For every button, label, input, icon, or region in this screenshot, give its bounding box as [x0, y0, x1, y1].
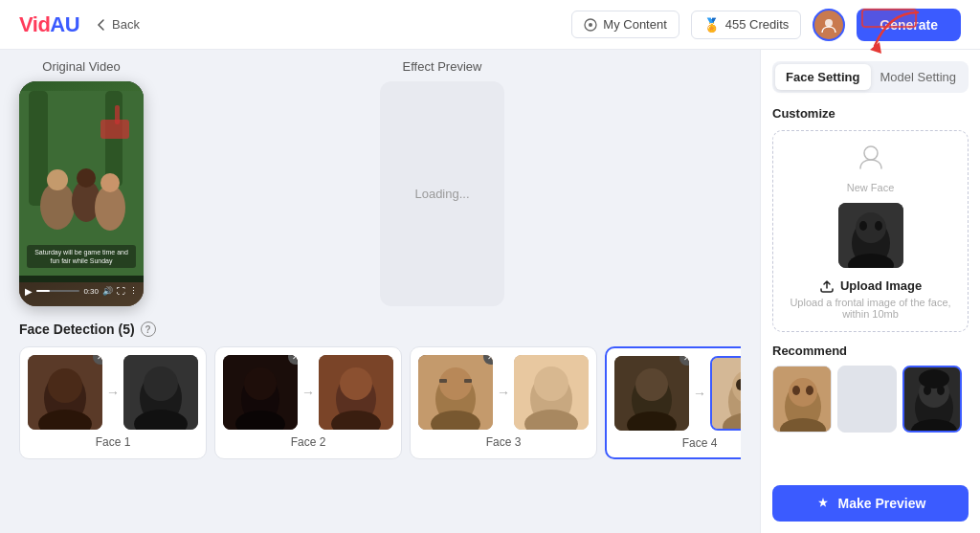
- recommend-face-2[interactable]: [837, 366, 897, 433]
- header-right: My Content 🏅 455 Credits Generate: [571, 9, 961, 41]
- face-3-from: ✕: [418, 355, 493, 430]
- volume-icon[interactable]: 🔊: [102, 286, 113, 296]
- recommend-face-3[interactable]: [902, 366, 962, 433]
- my-content-icon: [584, 18, 597, 32]
- back-button[interactable]: Back: [95, 17, 140, 32]
- face-2-from-img: [223, 355, 298, 430]
- face-2-label: Face 2: [223, 435, 393, 449]
- face-4-to: [710, 356, 741, 431]
- recommend-face-2-img: [838, 366, 897, 433]
- selected-face-preview: [838, 203, 903, 268]
- recommend-face-1[interactable]: [772, 366, 832, 433]
- tab-face-setting-label: Face Setting: [786, 70, 859, 84]
- face-4-label: Face 4: [614, 436, 741, 450]
- svg-point-27: [244, 367, 277, 400]
- avatar[interactable]: [813, 9, 845, 41]
- svg-rect-66: [838, 366, 897, 433]
- face-1-to: [123, 355, 198, 430]
- face-3-arrow: →: [497, 385, 510, 400]
- svg-point-58: [875, 221, 882, 231]
- original-video-panel: Original Video: [19, 59, 144, 306]
- face-2-to-img: [319, 355, 393, 430]
- phone-video: Saturday will be game time and fun fair …: [19, 81, 144, 306]
- svg-point-12: [77, 168, 96, 188]
- credits-button[interactable]: 🏅 455 Credits: [691, 11, 801, 39]
- fullscreen-icon[interactable]: ⛶: [117, 286, 125, 296]
- upload-image-button[interactable]: Upload Image: [785, 278, 956, 293]
- recommend-face-3-img: [904, 367, 962, 433]
- face-card-4[interactable]: ✕ →: [605, 346, 741, 459]
- face-4-to-img: [712, 358, 741, 431]
- effect-preview-panel: Effect Preview Loading...: [380, 59, 504, 306]
- face-3-from-img: [418, 355, 493, 430]
- my-content-button[interactable]: My Content: [571, 11, 679, 38]
- svg-point-41: [534, 366, 568, 401]
- more-icon[interactable]: ⋮: [129, 286, 138, 296]
- face-1-from-img: [28, 355, 102, 430]
- svg-point-53: [864, 146, 878, 160]
- video-overlay-text: Saturday will be game time and fun fair …: [27, 245, 136, 268]
- my-content-label: My Content: [603, 17, 666, 32]
- svg-rect-37: [439, 379, 447, 383]
- face-card-1[interactable]: ✕ → Face 1: [19, 346, 207, 459]
- generate-button[interactable]: Generate: [857, 9, 961, 41]
- face-1-images: ✕ →: [28, 355, 198, 430]
- main-layout: Original Video: [0, 50, 980, 533]
- progress-fill: [36, 290, 50, 292]
- customize-label: Customize: [772, 106, 969, 121]
- upload-label: Upload Image: [840, 278, 922, 293]
- face-detection-label: Face Detection (5): [19, 322, 135, 337]
- new-face-person-icon: [857, 143, 885, 178]
- face-4-arrow: →: [693, 386, 706, 401]
- right-sidebar: Face Setting Model Setting Customize New…: [760, 50, 980, 533]
- selected-face-img: [838, 203, 903, 268]
- loading-text: Loading...: [414, 187, 469, 201]
- generate-label: Generate: [880, 17, 938, 33]
- video-controls[interactable]: ▶ 0:30 🔊 ⛶ ⋮: [19, 276, 144, 306]
- original-video-title: Original Video: [42, 59, 120, 74]
- info-icon[interactable]: ?: [141, 322, 156, 337]
- face-card-3[interactable]: ✕ → Face 3: [410, 346, 597, 459]
- make-preview-button[interactable]: Make Preview: [772, 485, 969, 522]
- face-1-to-img: [123, 355, 198, 430]
- upload-icon: [819, 278, 835, 293]
- effect-preview-title: Effect Preview: [403, 59, 482, 74]
- effect-preview-box: Loading...: [380, 81, 504, 306]
- svg-point-64: [806, 386, 813, 395]
- video-control-icons: 🔊 ⛶ ⋮: [102, 286, 138, 296]
- svg-point-10: [47, 169, 68, 190]
- tab-group: Face Setting Model Setting: [772, 61, 969, 93]
- face-3-images: ✕ →: [418, 355, 589, 430]
- face-4-from-img: [614, 356, 689, 431]
- tab-face-setting[interactable]: Face Setting: [775, 64, 871, 90]
- back-label: Back: [112, 17, 140, 32]
- face-card-2[interactable]: ✕ → Face 2: [214, 346, 402, 459]
- face-4-images: ✕ →: [614, 356, 741, 431]
- recommend-face-1-img: [773, 366, 832, 433]
- recommend-label: Recommend: [772, 344, 969, 358]
- face-2-images: ✕ →: [223, 355, 393, 430]
- logo: VidAU: [19, 12, 79, 37]
- svg-point-45: [635, 368, 668, 401]
- credits-label: 455 Credits: [725, 17, 789, 32]
- phone-mockup: Saturday will be game time and fun fair …: [19, 81, 144, 306]
- svg-point-57: [859, 221, 867, 231]
- svg-point-1: [589, 23, 592, 27]
- face-2-arrow: →: [301, 385, 315, 400]
- face-1-label: Face 1: [28, 435, 198, 449]
- face-detection-title: Face Detection (5) ?: [19, 322, 741, 337]
- progress-bar[interactable]: [36, 290, 79, 292]
- face-cards-container: ✕ → Face 1: [19, 346, 741, 463]
- face-3-label: Face 3: [418, 435, 589, 449]
- svg-rect-7: [29, 91, 48, 206]
- new-face-label: New Face: [847, 182, 895, 193]
- face-2-to: [319, 355, 393, 430]
- tab-model-setting[interactable]: Model Setting: [871, 64, 967, 90]
- sparkle-icon: [815, 496, 831, 511]
- face-2-from: ✕: [223, 355, 298, 430]
- svg-point-35: [439, 367, 472, 400]
- face-1-from: ✕: [28, 355, 102, 430]
- play-icon[interactable]: ▶: [25, 286, 33, 297]
- svg-point-19: [48, 368, 82, 403]
- face-4-from: ✕: [614, 356, 689, 431]
